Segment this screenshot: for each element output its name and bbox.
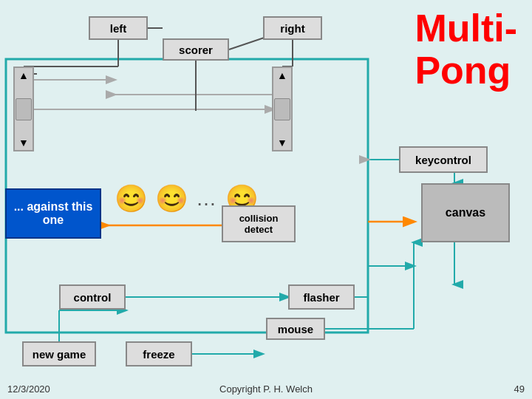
slider-down-arrow-right[interactable]: ▼ (277, 137, 287, 149)
slider-up-arrow-right[interactable]: ▲ (277, 69, 287, 81)
title-line1: Multi- (415, 7, 517, 50)
collision-box[interactable]: collision detect (222, 205, 296, 242)
collision-label: collision detect (239, 213, 279, 235)
left-slider[interactable]: ▲ ▼ (13, 66, 34, 151)
scorer-box[interactable]: scorer (163, 38, 229, 61)
smiley-1: 😊 (115, 183, 148, 214)
against-box: ... against this one (5, 188, 101, 239)
slider-up-arrow[interactable]: ▲ (18, 69, 29, 81)
footer-page: 49 (514, 383, 525, 395)
right-slider[interactable]: ▲ ▼ (272, 66, 293, 151)
smiley-2: 😊 (155, 183, 188, 214)
flasher-box[interactable]: flasher (288, 284, 355, 310)
slider-down-arrow[interactable]: ▼ (18, 137, 29, 149)
main-container: Multi- Pong (0, 0, 532, 399)
canvas-box[interactable]: canvas (421, 183, 510, 242)
footer-date: 12/3/2020 (7, 383, 50, 395)
keycontrol-box[interactable]: keycontrol (399, 146, 488, 173)
newgame-box[interactable]: new game (22, 341, 96, 366)
left-box[interactable]: left (89, 16, 148, 40)
title: Multi- Pong (415, 7, 517, 92)
slider-thumb-left[interactable] (16, 98, 32, 120)
dots: … (196, 187, 218, 211)
control-box[interactable]: control (59, 284, 126, 310)
mouse-box[interactable]: mouse (266, 318, 325, 340)
freeze-box[interactable]: freeze (126, 341, 192, 366)
slider-thumb-right[interactable] (274, 98, 290, 120)
footer-copyright: Copyright P. H. Welch (219, 383, 313, 395)
title-line2: Pong (415, 49, 511, 92)
right-box[interactable]: right (263, 16, 322, 40)
